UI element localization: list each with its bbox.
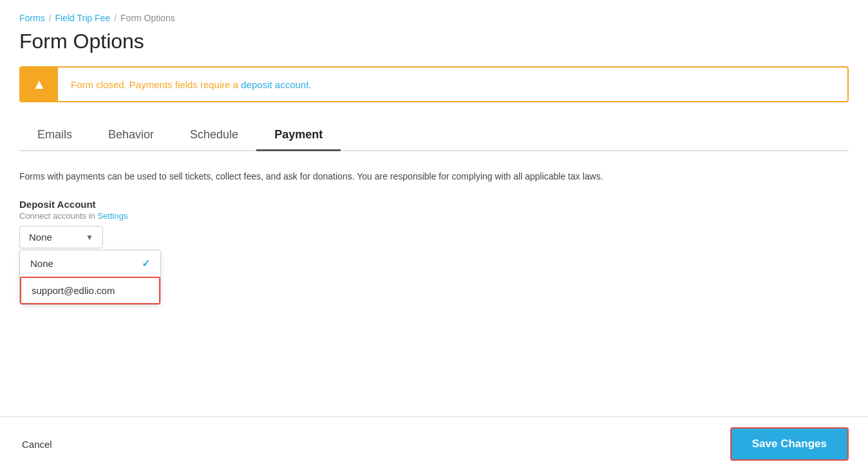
tab-behavior[interactable]: Behavior bbox=[90, 120, 172, 151]
dropdown-option-support-label: support@edlio.com bbox=[32, 285, 115, 296]
alert-icon-box: ▲ bbox=[21, 68, 58, 101]
breadcrumb-forms-link[interactable]: Forms bbox=[19, 13, 45, 23]
tab-emails[interactable]: Emails bbox=[19, 120, 90, 151]
tab-payment[interactable]: Payment bbox=[256, 120, 341, 151]
page-title: Form Options bbox=[19, 30, 849, 53]
warning-icon: ▲ bbox=[32, 77, 46, 91]
tab-schedule[interactable]: Schedule bbox=[172, 120, 256, 151]
connect-accounts-text: Connect accounts in bbox=[19, 211, 97, 221]
chevron-down-icon: ▼ bbox=[86, 233, 93, 242]
payment-tab-content: Forms with payments can be used to sell … bbox=[19, 167, 849, 308]
dropdown-selected-value: None bbox=[29, 232, 52, 243]
breadcrumb-separator-2: / bbox=[114, 13, 117, 23]
connect-accounts-label: Connect accounts in Settings bbox=[19, 211, 849, 221]
check-icon: ✓ bbox=[142, 257, 150, 270]
deposit-account-section: Deposit Account Connect accounts in Sett… bbox=[19, 199, 849, 305]
dropdown-menu: None ✓ support@edlio.com bbox=[19, 250, 161, 305]
tabs-container: Emails Behavior Schedule Payment bbox=[19, 120, 849, 151]
breadcrumb-field-trip-link[interactable]: Field Trip Fee bbox=[55, 13, 111, 23]
breadcrumb-separator-1: / bbox=[49, 13, 52, 23]
alert-banner: ▲ Form closed. Payments fields require a… bbox=[19, 66, 849, 102]
deposit-account-dropdown[interactable]: None ▼ bbox=[19, 226, 103, 248]
payment-description: Forms with payments can be used to sell … bbox=[19, 169, 849, 183]
breadcrumb-current: Form Options bbox=[120, 13, 175, 23]
settings-link[interactable]: Settings bbox=[97, 211, 127, 221]
breadcrumb: Forms / Field Trip Fee / Form Options bbox=[19, 13, 849, 23]
deposit-account-label: Deposit Account bbox=[19, 199, 849, 210]
dropdown-option-support[interactable]: support@edlio.com bbox=[20, 277, 160, 304]
alert-text: Form closed. Payments fields require a d… bbox=[58, 70, 325, 99]
dropdown-option-none-label: None bbox=[30, 258, 53, 269]
deposit-account-link[interactable]: deposit account. bbox=[241, 79, 311, 90]
dropdown-option-none[interactable]: None ✓ bbox=[20, 250, 160, 277]
